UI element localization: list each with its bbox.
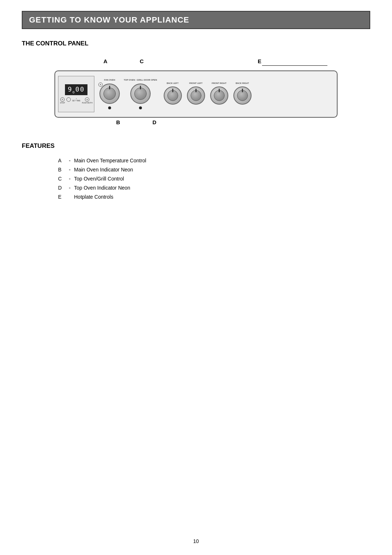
fan-oven-label: FAN OVEN [104,79,115,81]
label-b-bottom: B [116,119,120,125]
timer-display: 9o00 [65,84,88,95]
fan-oven-knob-inner [103,88,116,100]
feature-letter-d: D [58,184,65,192]
back-right-label: BACK RIGHT [236,82,249,84]
back-left-label: BACK LEFT [167,82,179,84]
feature-text-a: Main Oven Temperature Control [74,157,370,165]
control-panel-diagram: A C E 9o00 A STOP + SET TIME [22,58,370,128]
front-right-knob-group: FRONT RIGHT [209,82,230,106]
timer-controls: A STOP + SET TIME ⊕ PUSH BOTH [60,97,93,104]
back-right-knob-group: BACK RIGHT [232,82,253,106]
back-left-knob [164,86,182,105]
feature-dash-b: - [65,166,74,174]
appliance-illustration: 9o00 A STOP + SET TIME ⊕ [54,70,338,118]
top-oven-knob-inner [134,88,147,100]
feature-dash-c: - [65,175,74,183]
timer-section: 9o00 A STOP + SET TIME ⊕ [58,76,94,112]
timer-circle-icon [66,97,71,104]
fan-oven-dot [108,106,111,109]
feature-letter-b: B [58,166,65,174]
label-d-bottom: D [152,119,156,125]
feature-dash-d: - [65,184,74,192]
fan-oven-knob-group: FAN OVEN [98,79,122,109]
front-left-knob-indicator [195,89,196,92]
feature-row-b: B - Main Oven Indicator Neon [58,166,370,174]
feature-row-d: D - Top Oven Indicator Neon [58,184,370,192]
front-right-knob-indicator [219,89,220,92]
front-left-knob [187,86,205,105]
top-labels: A C E [54,58,338,69]
feature-text-b: Main Oven Indicator Neon [74,166,370,174]
back-left-knob-indicator [172,89,173,92]
feature-row-e: E Hotplate Controls [58,193,370,201]
label-c-top: C [140,58,144,64]
stop-button: A STOP [60,97,65,104]
feature-letter-c: C [58,175,65,183]
feature-letter-e: E [58,193,65,201]
feature-row-a: A - Main Oven Temperature Control [58,157,370,165]
top-oven-grill-label: TOP OVEN - GRILL DOOR OPEN [124,79,157,81]
fan-oven-knob-indicator [109,86,110,89]
feature-dash-a: - [65,157,74,165]
top-oven-dot [139,106,142,109]
label-e-top: E [258,58,261,64]
header-banner: GETTING TO KNOW YOUR APPLIANCE [22,11,370,29]
back-right-knob [233,86,252,105]
label-e-line [262,65,327,66]
features-list: A - Main Oven Temperature Control B - Ma… [58,157,370,201]
page-number: 10 [193,538,199,544]
bottom-labels: B D [54,119,338,128]
control-panel-heading: THE CONTROL PANEL [22,40,370,47]
feature-text-e: Hotplate Controls [74,193,370,201]
front-left-knob-group: FRONT LEFT [185,82,207,106]
top-oven-grill-knob-group: TOP OVEN - GRILL DOOR OPEN 3 [124,79,157,109]
feature-text-d: Top Oven Indicator Neon [74,184,370,192]
label-a-top: A [103,58,107,64]
features-heading: FEATURES [22,142,370,150]
feature-row-c: C - Top Oven/Grill Control [58,175,370,183]
top-oven-grill-knob [130,84,151,104]
back-right-knob-indicator [242,89,243,92]
feature-letter-a: A [58,157,65,165]
front-right-knob [210,86,228,105]
fan-symbol: A [98,82,103,87]
fan-oven-knob [99,84,120,104]
front-right-label: FRONT RIGHT [212,82,226,84]
page-title: GETTING TO KNOW YOUR APPLIANCE [29,15,363,25]
feature-no-dash-e [65,193,74,201]
back-left-knob-group: BACK LEFT [162,82,183,106]
front-left-label: FRONT LEFT [189,82,203,84]
push-both-button: ⊕ PUSH BOTH [82,97,93,104]
feature-text-c: Top Oven/Grill Control [74,175,370,183]
top-oven-knob-indicator [140,86,141,89]
